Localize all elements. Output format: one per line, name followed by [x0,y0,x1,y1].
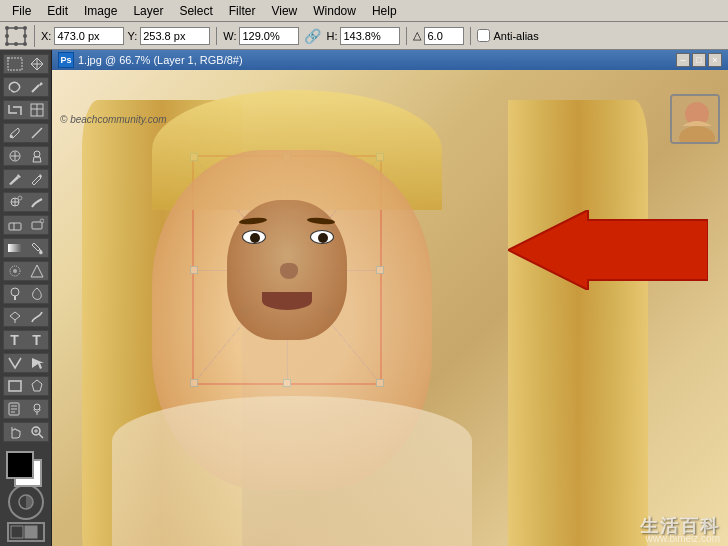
svg-point-16 [10,135,13,138]
right-pupil [318,233,328,243]
type-icon: T [6,331,24,349]
pen-tool-btn[interactable] [3,307,49,327]
link-icon: 🔗 [304,28,321,44]
path-select-tool-btn[interactable] [3,353,49,373]
svg-rect-0 [7,28,25,44]
foreground-color-swatch[interactable] [6,451,34,479]
svg-point-7 [5,34,9,38]
transform-tool-icon[interactable] [4,25,28,47]
extra-tools [7,484,45,542]
marquee-icon [6,55,24,73]
svg-point-5 [14,26,18,30]
screen-mode-btn[interactable] [7,522,45,542]
dodge-tool-btn[interactable] [3,284,49,304]
eyedrop-tool-btn[interactable] [3,123,49,143]
svg-point-34 [11,288,19,296]
anti-alias-group: Anti-alias [477,29,538,42]
svg-rect-28 [32,222,42,229]
left-eye [242,230,266,244]
restore-btn[interactable]: □ [692,53,706,67]
hair-right [508,100,648,546]
image-canvas: © beachcommunity.com [52,70,728,546]
minimize-btn[interactable]: – [676,53,690,67]
menu-edit[interactable]: Edit [39,2,76,20]
svg-line-46 [39,434,43,438]
type-tool-btn[interactable]: T T [3,330,49,350]
svg-point-10 [7,57,10,60]
tool-panel: T T [0,50,52,546]
blur-icon [6,262,24,280]
stamp-icon [28,147,46,165]
menu-file[interactable]: File [4,2,39,20]
crop-icon [6,101,24,119]
pencil-icon [28,170,46,188]
bg-eraser-icon [28,216,46,234]
mouth [262,292,312,310]
quick-mask-btn[interactable] [8,484,44,520]
w-input[interactable] [239,27,299,45]
menu-layer[interactable]: Layer [125,2,171,20]
brush-icon [6,170,24,188]
color-swatches[interactable] [4,449,48,478]
notes-tool-btn[interactable] [3,399,49,419]
toolbar-x-group: X: Y: [41,27,217,45]
svg-marker-12 [39,82,43,86]
menu-image[interactable]: Image [76,2,125,20]
h-input[interactable] [340,27,400,45]
close-btn[interactable]: × [708,53,722,67]
y-label: Y: [127,30,137,42]
toolbar: X: Y: W: 🔗 H: △ Anti-alias [0,22,728,50]
svg-point-42 [34,404,40,410]
pen-icon [6,308,24,326]
gradient-tool-btn[interactable] [3,238,49,258]
toolbar-transform-icon-group [4,25,35,47]
lasso-tool-btn[interactable] [3,77,49,97]
marquee-tool-btn[interactable] [3,54,49,74]
watermark-url: www.bimeiz.com [646,533,720,544]
svg-rect-9 [8,58,22,70]
anti-alias-label: Anti-alias [493,30,538,42]
path-select-icon [6,354,24,372]
menu-bar: File Edit Image Layer Select Filter View… [0,0,728,22]
crop-tool-btn[interactable] [3,100,49,120]
svg-rect-30 [8,244,22,252]
svg-rect-50 [11,526,23,538]
eraser-icon [6,216,24,234]
svg-line-11 [32,85,39,92]
svg-point-2 [23,26,27,30]
menu-window[interactable]: Window [305,2,364,20]
menu-view[interactable]: View [263,2,305,20]
lasso-icon [6,78,24,96]
menu-help[interactable]: Help [364,2,405,20]
freeform-pen-icon [28,308,46,326]
blur-tool-btn[interactable] [3,261,49,281]
svg-point-32 [13,269,17,273]
direct-select-icon [28,354,46,372]
main-layout: T T [0,50,728,546]
nose [280,263,298,279]
window-title: 1.jpg @ 66.7% (Layer 1, RGB/8#) [78,54,243,66]
heal-tool-btn[interactable] [3,146,49,166]
menu-select[interactable]: Select [171,2,220,20]
vertical-type-icon: T [28,331,46,349]
burn-icon [28,285,46,303]
audio-annotation-icon [28,400,46,418]
anti-alias-checkbox[interactable] [477,29,490,42]
y-input[interactable] [140,27,210,45]
angle-input[interactable] [424,27,464,45]
zoom-hand-tool-btn[interactable] [3,422,49,442]
x-input[interactable] [54,27,124,45]
clone-tool-btn[interactable] [3,192,49,212]
angle-icon: △ [413,29,421,42]
brush-tool-btn[interactable] [3,169,49,189]
left-pupil [250,233,260,243]
eraser-tool-btn[interactable] [3,215,49,235]
move-icon [28,55,46,73]
ruler-icon [28,124,46,142]
zoom-icon [28,423,46,441]
sharpen-icon [28,262,46,280]
svg-rect-51 [25,526,37,538]
menu-filter[interactable]: Filter [221,2,264,20]
shape-tool-btn[interactable] [3,376,49,396]
notes-icon [6,400,24,418]
